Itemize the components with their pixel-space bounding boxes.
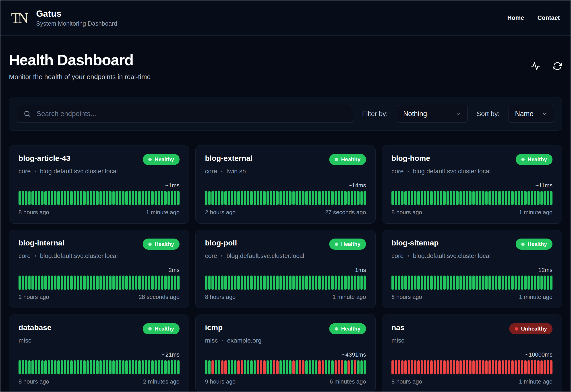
uptime-bar-ok — [534, 276, 536, 290]
uptime-bar-ok — [48, 276, 50, 290]
uptime-bar-fail — [550, 360, 553, 374]
uptime-bar-ok — [77, 360, 79, 374]
endpoint-card[interactable]: blog-poll Healthy core • blog.default.sv… — [195, 230, 376, 308]
uptime-bar-fail — [459, 360, 462, 374]
time-range: 2 hours ago 27 seconds ago — [205, 209, 366, 216]
status-label: Healthy — [155, 241, 174, 247]
app-logo[interactable]: TN — [11, 11, 30, 25]
uptime-bar-ok — [260, 191, 263, 205]
uptime-bar-ok — [151, 360, 154, 374]
search-input[interactable] — [17, 105, 353, 123]
uptime-bar-ok — [177, 360, 180, 374]
uptime-bar-ok — [447, 276, 449, 290]
latency-label: ~2ms — [18, 266, 180, 274]
uptime-bar-ok — [119, 191, 121, 205]
uptime-bar-ok — [463, 191, 465, 205]
newest-time: 1 minute ago — [519, 294, 553, 300]
endpoint-card[interactable]: nas Unhealthy misc • ~10000ms 8 hours ag… — [382, 314, 562, 392]
uptime-bar-fail — [447, 360, 449, 374]
uptime-bar-fail — [347, 360, 350, 374]
uptime-bar-ok — [218, 191, 220, 205]
uptime-bar-ok — [155, 276, 157, 290]
latency-label: ~12ms — [391, 266, 553, 274]
uptime-bar-ok — [100, 360, 102, 374]
uptime-bar-fail — [488, 360, 491, 374]
uptime-bar-ok — [215, 360, 217, 374]
endpoint-card[interactable]: icmp Healthy misc • example.org ~4391ms … — [195, 314, 376, 392]
sort-select[interactable]: Name — [509, 105, 554, 123]
uptime-bar-ok — [54, 360, 57, 374]
uptime-bar-ok — [450, 191, 452, 205]
endpoint-card[interactable]: database Healthy misc • ~21ms 8 hours ag… — [9, 314, 189, 392]
uptime-bar-ok — [145, 276, 147, 290]
uptime-bar-ok — [421, 276, 423, 290]
uptime-bar-ok — [158, 276, 160, 290]
endpoint-card[interactable]: blog-home Healthy core • blog.default.sv… — [382, 145, 562, 224]
nav-home[interactable]: Home — [507, 14, 524, 21]
uptime-bar-fail — [469, 360, 471, 374]
uptime-bar-fail — [472, 360, 475, 374]
uptime-bar-ok — [495, 191, 498, 205]
uptime-bar-ok — [100, 191, 102, 205]
latency-label: ~21ms — [18, 351, 180, 358]
endpoint-card[interactable]: blog-external Healthy core • twin.sh ~14… — [195, 145, 376, 224]
uptime-bar-ok — [80, 191, 83, 205]
uptime-bar-ok — [453, 191, 455, 205]
oldest-time: 9 hours ago — [205, 378, 236, 385]
filter-select[interactable]: Nothing — [397, 105, 468, 123]
uptime-bar-ok — [524, 276, 527, 290]
uptime-bar-ok — [485, 191, 488, 205]
uptime-bar-ok — [112, 191, 115, 205]
status-badge: Healthy — [143, 154, 180, 165]
uptime-bar-ok — [482, 191, 484, 205]
uptime-bar-ok — [250, 360, 253, 374]
refresh-icon[interactable] — [553, 61, 562, 71]
uptime-bar-ok — [64, 276, 66, 290]
time-range: 8 hours ago 1 minute ago — [391, 294, 553, 300]
card-head: blog-article-43 Healthy — [18, 154, 180, 165]
uptime-bar-ok — [244, 191, 246, 205]
uptime-bar-ok — [518, 191, 520, 205]
uptime-bar-ok — [61, 276, 63, 290]
status-dot-icon — [521, 158, 525, 161]
uptime-bar-ok — [164, 191, 167, 205]
uptime-bar-ok — [508, 191, 511, 205]
uptime-bar-ok — [208, 360, 211, 374]
uptime-bar-ok — [322, 191, 324, 205]
uptime-bar-ok — [357, 360, 360, 374]
uptime-bar-ok — [116, 360, 118, 374]
time-range: 8 hours ago 1 minute ago — [391, 378, 553, 385]
uptime-bar-ok — [401, 276, 404, 290]
endpoint-card[interactable]: blog-sitemap Healthy core • blog.default… — [382, 230, 562, 308]
uptime-bar-ok — [93, 276, 95, 290]
uptime-bar-ok — [273, 276, 275, 290]
uptime-bar-fail — [531, 360, 533, 374]
uptime-bar-ok — [221, 276, 224, 290]
uptime-bar-ok — [205, 191, 208, 205]
uptime-bar-ok — [221, 191, 224, 205]
uptime-bar-ok — [228, 360, 230, 374]
uptime-bar-fail — [437, 360, 439, 374]
nav-contact[interactable]: Contact — [538, 14, 560, 21]
uptime-bar-ok — [231, 276, 233, 290]
page-actions — [531, 61, 562, 71]
toolbar: Filter by: Nothing Sort by: Name — [9, 97, 562, 130]
activity-icon[interactable] — [531, 61, 540, 71]
uptime-bar-ok — [54, 276, 57, 290]
uptime-bar-ok — [257, 276, 259, 290]
time-range: 2 hours ago 28 seconds ago — [18, 294, 180, 300]
uptime-bar-ok — [215, 276, 217, 290]
uptime-bar-ok — [208, 191, 211, 205]
sort-label: Sort by: — [477, 110, 500, 118]
endpoint-card[interactable]: blog-article-43 Healthy core • blog.defa… — [9, 145, 189, 224]
uptime-bar-fail — [541, 360, 543, 374]
uptime-bar-ok — [44, 276, 47, 290]
uptime-bar-ok — [344, 276, 347, 290]
meta-separator: • — [221, 253, 223, 259]
uptime-bar-ok — [93, 360, 95, 374]
status-label: Healthy — [155, 156, 174, 163]
uptime-bar-ok — [28, 360, 31, 374]
endpoint-card[interactable]: blog-internal Healthy core • blog.defaul… — [9, 230, 189, 308]
uptime-bar-ok — [354, 191, 356, 205]
time-range: 8 hours ago 1 minute ago — [205, 294, 366, 300]
